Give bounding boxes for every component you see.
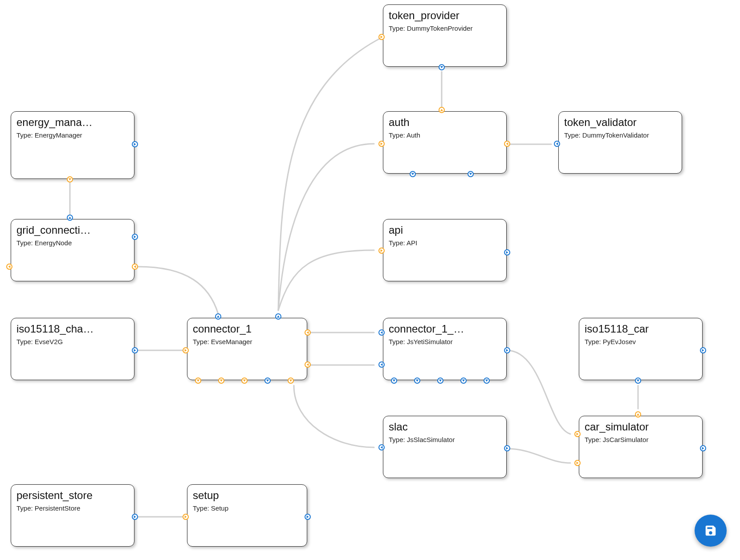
node-token-validator[interactable]: token_validator Type: DummyTokenValidato… (558, 111, 682, 174)
node-type: Type: JsCarSimulator (585, 436, 697, 443)
port-right-icon[interactable] (305, 514, 311, 520)
port-right-icon[interactable] (504, 249, 510, 256)
port-top-icon[interactable] (67, 215, 73, 221)
save-button[interactable] (695, 515, 727, 547)
node-title: car_simulator (585, 421, 697, 433)
port-left-icon[interactable] (183, 514, 189, 520)
node-title: iso15118_car (585, 323, 697, 335)
port-right-lower-icon[interactable] (132, 264, 138, 270)
node-title: auth (389, 116, 501, 129)
node-type: Type: DummyTokenProvider (389, 24, 501, 32)
port-bottom-icon[interactable] (195, 377, 201, 384)
port-right-icon[interactable] (700, 445, 706, 451)
node-title: connector_1_… (389, 323, 501, 335)
node-type: Type: EnergyManager (16, 131, 129, 139)
port-bottom-icon[interactable] (437, 377, 443, 384)
node-title: iso15118_cha… (16, 323, 129, 335)
port-right-lower-icon[interactable] (305, 361, 311, 368)
port-bottom-icon[interactable] (484, 377, 490, 384)
port-left-icon[interactable] (554, 141, 560, 147)
node-type: Type: DummyTokenValidator (564, 131, 676, 139)
port-bottom-icon[interactable] (264, 377, 271, 384)
port-bottom-icon[interactable] (410, 171, 416, 177)
node-title: grid_connecti… (16, 224, 129, 236)
node-persistent-store[interactable]: persistent_store Type: PersistentStore (11, 484, 134, 547)
port-left-upper-icon[interactable] (378, 329, 385, 336)
diagram-canvas[interactable]: energy_mana… Type: EnergyManager grid_co… (0, 0, 740, 560)
port-bottom-icon[interactable] (635, 377, 641, 384)
node-grid-connection[interactable]: grid_connecti… Type: EnergyNode (11, 219, 134, 281)
port-right-icon[interactable] (700, 347, 706, 353)
node-iso15118-car[interactable]: iso15118_car Type: PyEvJosev (579, 318, 703, 380)
port-left-upper-icon[interactable] (574, 431, 581, 437)
node-type: Type: PersistentStore (16, 504, 129, 512)
port-bottom-icon[interactable] (218, 377, 224, 384)
port-left-icon[interactable] (183, 347, 189, 353)
port-top-icon[interactable] (635, 411, 641, 418)
port-right-icon[interactable] (132, 514, 138, 520)
port-right-icon[interactable] (504, 445, 510, 451)
node-type: Type: API (389, 239, 501, 247)
node-auth[interactable]: auth Type: Auth (383, 111, 507, 174)
node-title: token_provider (389, 9, 501, 22)
node-type: Type: EvseV2G (16, 338, 129, 345)
port-bottom-icon[interactable] (391, 377, 397, 384)
node-title: token_validator (564, 116, 676, 129)
port-bottom-icon[interactable] (414, 377, 420, 384)
node-type: Type: JsYetiSimulator (389, 338, 501, 345)
node-title: connector_1 (193, 323, 301, 335)
port-right-upper-icon[interactable] (132, 234, 138, 240)
port-bottom-icon[interactable] (67, 176, 73, 183)
node-connector-1[interactable]: connector_1 Type: EvseManager (187, 318, 307, 380)
port-bottom-icon[interactable] (241, 377, 248, 384)
node-connector-1-sim[interactable]: connector_1_… Type: JsYetiSimulator (383, 318, 507, 380)
node-car-simulator[interactable]: car_simulator Type: JsCarSimulator (579, 416, 703, 478)
node-slac[interactable]: slac Type: JsSlacSimulator (383, 416, 507, 478)
node-setup[interactable]: setup Type: Setup (187, 484, 307, 547)
port-left-lower-icon[interactable] (378, 361, 385, 368)
port-left-lower-icon[interactable] (574, 460, 581, 466)
node-type: Type: JsSlacSimulator (389, 436, 501, 443)
port-top-icon[interactable] (439, 107, 445, 113)
node-type: Type: Auth (389, 131, 501, 139)
node-title: energy_mana… (16, 116, 129, 129)
port-bottom-icon[interactable] (468, 171, 474, 177)
port-right-icon[interactable] (132, 141, 138, 147)
port-right-icon[interactable] (132, 347, 138, 353)
port-left-icon[interactable] (378, 248, 385, 254)
port-right-upper-icon[interactable] (305, 329, 311, 336)
port-bottom-icon[interactable] (439, 64, 445, 70)
node-token-provider[interactable]: token_provider Type: DummyTokenProvider (383, 4, 507, 67)
node-title: slac (389, 421, 501, 433)
port-right-icon[interactable] (504, 347, 510, 353)
port-left-icon[interactable] (6, 264, 12, 270)
node-energy-manager[interactable]: energy_mana… Type: EnergyManager (11, 111, 134, 179)
node-type: Type: Setup (193, 504, 301, 512)
port-bottom-icon[interactable] (288, 377, 294, 384)
node-type: Type: PyEvJosev (585, 338, 697, 345)
node-title: persistent_store (16, 489, 129, 502)
node-title: api (389, 224, 501, 236)
node-title: setup (193, 489, 301, 502)
port-top-left-icon[interactable] (215, 313, 221, 320)
port-right-icon[interactable] (504, 141, 510, 147)
port-left-icon[interactable] (378, 141, 385, 147)
node-type: Type: EvseManager (193, 338, 301, 345)
node-iso15118-charger[interactable]: iso15118_cha… Type: EvseV2G (11, 318, 134, 380)
port-bottom-icon[interactable] (460, 377, 467, 384)
port-left-icon[interactable] (378, 444, 385, 450)
port-top-right-icon[interactable] (275, 313, 281, 320)
save-icon (704, 524, 717, 537)
node-type: Type: EnergyNode (16, 239, 129, 247)
node-api[interactable]: api Type: API (383, 219, 507, 281)
port-left-icon[interactable] (378, 34, 385, 40)
